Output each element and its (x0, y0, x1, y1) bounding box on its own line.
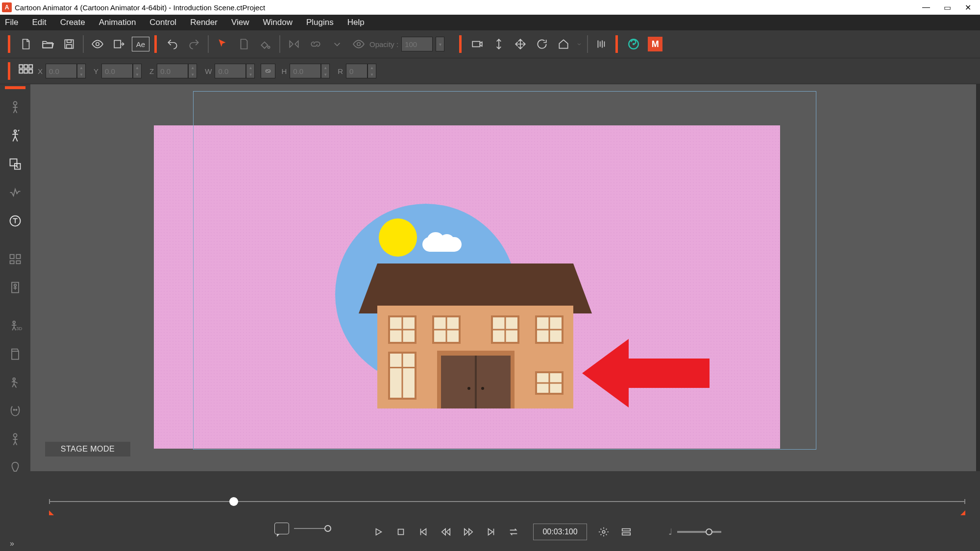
lock-aspect-button[interactable] (261, 64, 275, 78)
menu-render[interactable]: Render (190, 18, 218, 27)
go-to-start-button[interactable] (414, 522, 433, 542)
move-tool[interactable] (510, 33, 531, 55)
range-end-marker[interactable] (960, 510, 965, 515)
sprite-editor-tool[interactable] (6, 155, 24, 173)
y-spinner[interactable]: ▲▼ (133, 64, 142, 78)
undo-button[interactable] (162, 33, 183, 55)
play-button[interactable] (368, 522, 388, 542)
shape-tool[interactable] (233, 33, 255, 55)
redo-button[interactable] (183, 33, 205, 55)
new-project-button[interactable] (15, 33, 37, 55)
export-button[interactable] (108, 33, 130, 55)
svg-rect-36 (622, 533, 631, 535)
rotate-tool[interactable] (531, 33, 553, 55)
slider-knob[interactable] (706, 528, 712, 535)
home-tool[interactable] (553, 33, 574, 55)
head-tool[interactable] (6, 458, 24, 477)
select-tool[interactable] (212, 33, 233, 55)
r-input[interactable]: 0 (346, 64, 368, 78)
go-to-end-button[interactable] (481, 522, 501, 542)
effect-tool[interactable] (6, 373, 24, 392)
audio-tool[interactable] (6, 183, 24, 202)
timeline-scrollbar[interactable] (49, 497, 965, 506)
photopea-button[interactable] (623, 33, 644, 55)
minimize-button[interactable]: — (922, 3, 930, 12)
vertical-scrollbar[interactable] (976, 84, 980, 471)
menu-view[interactable]: View (231, 18, 249, 27)
y-input[interactable]: 0.0 (101, 64, 133, 78)
flip-tool[interactable] (283, 33, 305, 55)
character-tool[interactable] (6, 430, 24, 449)
bone-tool[interactable] (6, 278, 24, 297)
small-window-prop[interactable] (535, 371, 564, 395)
visibility-tool[interactable] (348, 33, 369, 55)
red-arrow-prop[interactable] (582, 339, 710, 407)
dropdown-arrow-icon[interactable] (326, 33, 348, 55)
text-tool[interactable] (6, 212, 24, 230)
grid-snap-button[interactable] (17, 63, 34, 79)
face-tool[interactable] (6, 402, 24, 420)
x-input[interactable]: 0.0 (46, 64, 77, 78)
z-field: Z0.0▲▼ (149, 64, 197, 78)
prop-tool[interactable] (6, 345, 24, 363)
camera-tool[interactable] (466, 33, 488, 55)
stage-viewport[interactable]: STAGE MODE (30, 84, 976, 471)
w-spinner[interactable]: ▲▼ (246, 64, 255, 78)
menu-animation[interactable]: Animation (99, 18, 136, 27)
save-project-button[interactable] (58, 33, 80, 55)
w-input[interactable]: 0.0 (215, 64, 246, 78)
dropdown-arrow-icon[interactable] (574, 33, 584, 55)
cloud-prop[interactable] (422, 237, 462, 252)
move-y-tool[interactable] (488, 33, 510, 55)
actor-tool[interactable] (6, 98, 24, 117)
preview-button[interactable] (87, 33, 108, 55)
z-input[interactable]: 0.0 (157, 64, 188, 78)
window-prop[interactable] (388, 315, 416, 344)
settings-button[interactable] (594, 522, 613, 542)
opacity-input[interactable]: 100 (401, 37, 433, 51)
scrollbar-thumb[interactable] (229, 497, 238, 506)
window-prop[interactable] (432, 315, 461, 344)
stage-mode-badge[interactable]: STAGE MODE (45, 442, 130, 456)
menu-window[interactable]: Window (263, 18, 292, 27)
menu-create[interactable]: Create (60, 18, 85, 27)
z-spinner[interactable]: ▲▼ (188, 64, 197, 78)
layout-tool[interactable] (6, 250, 24, 268)
timeline-panel-button[interactable] (616, 522, 636, 542)
menu-edit[interactable]: Edit (32, 18, 46, 27)
window-prop[interactable] (491, 315, 519, 344)
loop-button[interactable] (504, 522, 523, 542)
after-effects-button[interactable]: Ae (130, 33, 151, 55)
onion-skin-tool[interactable] (591, 33, 612, 55)
x-spinner[interactable]: ▲▼ (77, 64, 86, 78)
sun-prop[interactable] (379, 218, 417, 257)
3d-tool[interactable]: 3D (6, 316, 24, 335)
paint-tool[interactable] (255, 33, 276, 55)
link-tool[interactable] (305, 33, 326, 55)
next-frame-button[interactable] (459, 522, 478, 542)
prev-frame-button[interactable] (436, 522, 456, 542)
marketplace-button[interactable]: M (644, 33, 666, 55)
menu-file[interactable]: File (5, 18, 18, 27)
menu-plugins[interactable]: Plugins (306, 18, 334, 27)
menu-help[interactable]: Help (347, 18, 365, 27)
h-input[interactable]: 0.0 (290, 64, 321, 78)
canvas[interactable] (154, 125, 780, 449)
expand-sidebar-button[interactable]: » (10, 539, 14, 548)
opacity-dropdown[interactable]: ▾ (436, 37, 444, 51)
menu-control[interactable]: Control (149, 18, 176, 27)
pose-tool[interactable] (6, 126, 24, 145)
svg-point-5 (268, 46, 270, 48)
svg-point-27 (13, 321, 15, 324)
maximize-button[interactable]: ▭ (944, 3, 951, 12)
r-spinner[interactable]: ▲▼ (368, 64, 376, 78)
close-button[interactable]: ✕ (965, 3, 971, 12)
h-spinner[interactable]: ▲▼ (321, 64, 330, 78)
range-start-marker[interactable] (49, 510, 54, 515)
tall-window-prop[interactable] (388, 352, 416, 400)
timecode-display[interactable]: 00:03:100 (533, 524, 587, 540)
open-project-button[interactable] (37, 33, 58, 55)
window-prop[interactable] (535, 315, 564, 344)
volume-slider[interactable] (677, 531, 721, 533)
stop-button[interactable] (391, 522, 411, 542)
